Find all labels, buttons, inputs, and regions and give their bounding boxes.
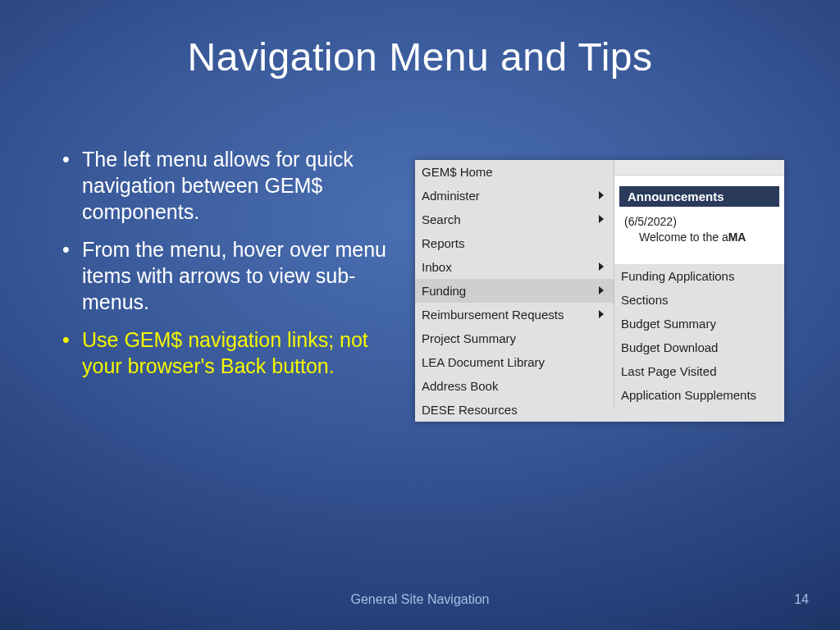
nav-menu-item[interactable]: Administer <box>415 184 614 208</box>
bullet-item: The left menu allows for quick navigatio… <box>59 146 404 225</box>
nav-menu-label: LEA Document Library <box>422 355 545 369</box>
bullet-list: The left menu allows for quick navigatio… <box>59 146 404 390</box>
nav-menu-item[interactable]: Search <box>415 208 614 231</box>
footer-label: General Site Navigation <box>0 592 840 607</box>
announcements-body: (6/5/2022) Welcome to the aMA <box>619 211 784 249</box>
slide: Navigation Menu and Tips The left menu a… <box>0 0 840 630</box>
nav-menu-label: Reimbursement Requests <box>422 308 564 322</box>
nav-menu-item[interactable]: Inbox <box>415 255 614 279</box>
submenu-arrow-icon <box>599 191 604 199</box>
nav-menu-item[interactable]: Funding <box>415 279 614 303</box>
announcement-date: (6/5/2022) <box>624 214 783 230</box>
bullet-item: Use GEM$ navigation links; not your brow… <box>59 326 404 379</box>
nav-menu-label: GEM$ Home <box>422 165 493 179</box>
submenu-item[interactable]: Budget Summary <box>614 312 784 336</box>
nav-menu-left: GEM$ HomeAdministerSearchReportsInboxFun… <box>415 160 614 422</box>
submenu-arrow-icon <box>599 262 604 271</box>
nav-menu-item[interactable]: Reimbursement Requests <box>415 303 614 326</box>
nav-menu-label: Address Book <box>422 379 498 393</box>
submenu-item[interactable]: Funding Applications <box>614 264 784 288</box>
announcement-text: Welcome to the aMA <box>624 230 783 245</box>
nav-menu-right: Announcements (6/5/2022) Welcome to the … <box>614 160 784 422</box>
nav-menu-item[interactable]: Project Summary <box>415 326 614 350</box>
bullet-item: From the menu, hover over menu items wit… <box>59 236 404 315</box>
submenu-item[interactable]: Budget Download <box>614 336 784 359</box>
submenu-arrow-icon <box>599 286 604 294</box>
nav-menu-item[interactable]: DESE Resources <box>415 398 614 422</box>
menu-screenshot: GEM$ HomeAdministerSearchReportsInboxFun… <box>415 160 784 422</box>
submenu: Funding ApplicationsSectionsBudget Summa… <box>614 264 784 407</box>
nav-menu-label: Funding <box>422 284 466 298</box>
nav-menu-label: Inbox <box>422 260 452 274</box>
nav-menu-label: Administer <box>422 189 480 203</box>
announcements-panel: Announcements (6/5/2022) Welcome to the … <box>614 160 784 264</box>
page-number: 14 <box>794 592 809 607</box>
nav-menu-label: Reports <box>422 236 465 250</box>
nav-menu-item[interactable]: LEA Document Library <box>415 350 614 374</box>
submenu-item[interactable]: Sections <box>614 288 784 312</box>
nav-menu-item[interactable]: Reports <box>415 231 614 255</box>
announcements-header: Announcements <box>619 186 779 207</box>
nav-menu-item[interactable]: Address Book <box>415 374 614 398</box>
nav-menu-label: Project Summary <box>422 331 516 345</box>
submenu-item[interactable]: Application Supplements <box>614 383 784 407</box>
nav-menu-label: Search <box>422 212 461 226</box>
submenu-item[interactable]: Last Page Visited <box>614 359 784 383</box>
content-top-strip <box>614 160 784 176</box>
submenu-arrow-icon <box>599 310 604 318</box>
nav-menu-label: DESE Resources <box>422 403 518 417</box>
submenu-arrow-icon <box>599 215 604 223</box>
nav-menu-item[interactable]: GEM$ Home <box>415 160 614 184</box>
slide-title: Navigation Menu and Tips <box>0 34 840 80</box>
